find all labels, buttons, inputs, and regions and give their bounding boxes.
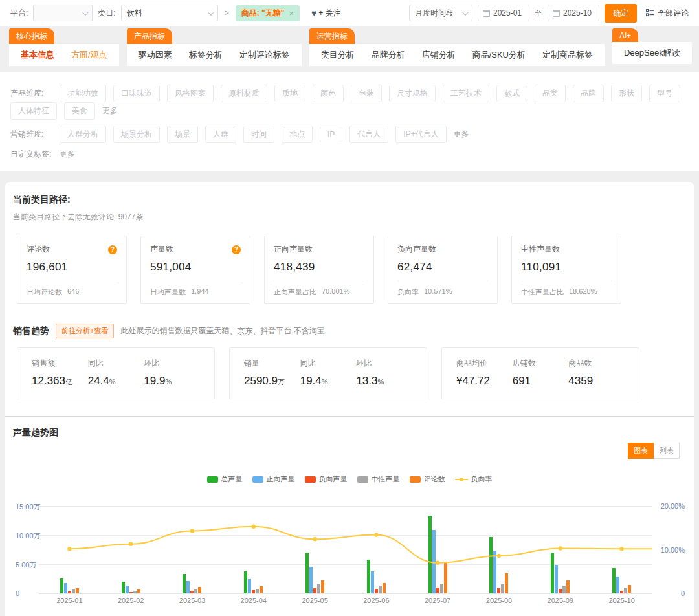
- tab-类目分析[interactable]: 类目分析: [321, 49, 355, 61]
- filter-tag-口味味道[interactable]: 口味味道: [113, 85, 160, 102]
- sales-trend-note: 此处展示的销售数据只覆盖天猫、京东、抖音平台,不含淘宝: [120, 325, 324, 336]
- tab-方面/观点[interactable]: 方面/观点: [71, 49, 107, 61]
- filter-tag-人体特征[interactable]: 人体特征: [10, 102, 57, 120]
- chart-bar: [133, 591, 137, 594]
- sales-metric: 环比13.3%: [356, 358, 412, 388]
- tab-DeepSeek解读[interactable]: DeepSeek解读: [624, 47, 680, 59]
- follow-button[interactable]: ♥ + 关注: [311, 8, 341, 19]
- tab-定制评论标签[interactable]: 定制评论标签: [239, 49, 290, 61]
- chart-bar: [379, 586, 382, 593]
- tab-店铺分析[interactable]: 店铺分析: [422, 49, 456, 61]
- chart-bar: [260, 586, 263, 593]
- chart-bar: [505, 573, 508, 593]
- help-icon[interactable]: ?: [108, 245, 117, 254]
- filter-tag-工艺技术[interactable]: 工艺技术: [443, 85, 489, 102]
- filter-tag-质地[interactable]: 质地: [274, 85, 305, 102]
- toggle-列表[interactable]: 列表: [654, 443, 680, 459]
- filter-tag-时间[interactable]: 时间: [243, 126, 274, 143]
- metric-card-value: 110,091: [521, 261, 612, 274]
- filter-tag-包装[interactable]: 包装: [351, 85, 382, 102]
- all-comments-button[interactable]: 全部评论: [646, 8, 689, 19]
- filter-more-link[interactable]: 更多: [102, 105, 118, 116]
- x-axis-tick: 2025-02: [100, 597, 162, 604]
- metric-footer-value: 18.628%: [569, 287, 597, 297]
- legend-item-负向率[interactable]: 负向率: [455, 474, 493, 484]
- metric-footer-label: 日均评论数: [27, 287, 62, 297]
- bar-group-2025-09: [529, 506, 591, 593]
- sales-metric-value: 19.4%: [300, 375, 357, 388]
- go-analyze-button[interactable]: 前往分析+查看: [56, 324, 114, 338]
- chart-bar: [317, 584, 320, 593]
- chart-bar: [64, 583, 67, 593]
- legend-item-评论数[interactable]: 评论数: [410, 474, 445, 484]
- close-icon[interactable]: ×: [289, 9, 294, 17]
- chart-bar: [371, 571, 374, 593]
- filter-tag-美食[interactable]: 美食: [64, 102, 95, 120]
- filter-tag-场景分析[interactable]: 场景分析: [113, 126, 160, 143]
- legend-item-正向声量[interactable]: 正向声量: [252, 474, 295, 484]
- y-axis-tick-left: 5.00万: [16, 560, 36, 570]
- toggle-图表[interactable]: 图表: [628, 443, 654, 459]
- legend-swatch: [252, 476, 263, 483]
- filter-tag-原料材质[interactable]: 原料材质: [221, 85, 267, 102]
- filter-tag-型号[interactable]: 型号: [649, 85, 680, 102]
- chart-bar: [126, 586, 129, 593]
- filter-more-link[interactable]: 更多: [60, 149, 75, 160]
- tab-商品/SKU分析[interactable]: 商品/SKU分析: [472, 49, 526, 61]
- filter-tag-人群[interactable]: 人群: [205, 126, 236, 143]
- legend-item-中性声量[interactable]: 中性声量: [357, 474, 400, 484]
- filter-tag-场景[interactable]: 场景: [167, 126, 198, 143]
- sales-metric-value: 13.3%: [356, 375, 412, 388]
- sales-card: 销售额12.363亿同比24.4%环比19.9%: [17, 347, 215, 399]
- metric-card-title: 评论数: [27, 244, 50, 255]
- confirm-button[interactable]: 确定: [605, 4, 637, 23]
- legend-swatch: [357, 476, 368, 483]
- sales-card: 销量2590.9万同比19.4%环比13.3%: [229, 347, 427, 399]
- legend-item-负向声量[interactable]: 负向声量: [305, 474, 348, 484]
- sales-metric: 同比24.4%: [88, 358, 144, 388]
- date-to-input[interactable]: 2025-10: [548, 5, 599, 21]
- date-from-input[interactable]: 2025-01: [478, 5, 529, 21]
- keyword-filter-tag[interactable]: 商品: "无糖" ×: [236, 5, 300, 21]
- chart-bar: [190, 591, 194, 593]
- sales-metric-label: 销量: [244, 358, 300, 369]
- platform-select[interactable]: [33, 5, 93, 21]
- filter-tag-款式[interactable]: 款式: [496, 85, 527, 102]
- filter-tag-风格图案[interactable]: 风格图案: [167, 85, 214, 102]
- tab-定制商品标签[interactable]: 定制商品标签: [542, 49, 593, 61]
- filter-tag-人群分析[interactable]: 人群分析: [60, 126, 106, 143]
- filter-tag-地点[interactable]: 地点: [282, 126, 313, 143]
- help-icon[interactable]: ?: [232, 245, 241, 254]
- filter-tag-品牌[interactable]: 品牌: [573, 85, 604, 102]
- tab-基本信息[interactable]: 基本信息: [21, 49, 54, 61]
- chart-bar: [72, 589, 75, 593]
- filter-tag-尺寸规格[interactable]: 尺寸规格: [389, 85, 436, 102]
- section-divider: [5, 416, 694, 417]
- nav-tabbar: 驱动因素标签分析定制评论标签: [127, 44, 302, 66]
- filter-tag-IP+代言人[interactable]: IP+代言人: [395, 126, 446, 143]
- chart-bar: [436, 588, 439, 593]
- tab-驱动因素[interactable]: 驱动因素: [139, 49, 172, 61]
- filter-tag-品类[interactable]: 品类: [535, 85, 566, 102]
- category-select[interactable]: 饮料: [121, 5, 218, 21]
- filter-more-link[interactable]: 更多: [454, 129, 469, 140]
- all-comments-label: 全部评论: [658, 8, 689, 19]
- metric-card-value: 591,004: [150, 261, 241, 274]
- filter-tag-形状[interactable]: 形状: [611, 85, 642, 102]
- platform-label: 平台:: [10, 8, 28, 19]
- filter-tag-代言人[interactable]: 代言人: [350, 126, 388, 143]
- filter-tag-颜色[interactable]: 颜色: [313, 85, 344, 102]
- sales-metric: 商品数4359: [568, 358, 625, 388]
- y-axis-tick-left: 0: [16, 589, 19, 597]
- period-select[interactable]: 月度时间段: [409, 5, 472, 21]
- filter-tag-功能功效[interactable]: 功能功效: [60, 85, 106, 102]
- tab-标签分析[interactable]: 标签分析: [189, 49, 223, 61]
- metric-cards: 评论数?196,601日均评论数646声量数?591,004日均声量数1,944…: [13, 236, 686, 304]
- chart-bar: [367, 560, 370, 593]
- chart-bar: [501, 584, 504, 593]
- tab-品牌分析[interactable]: 品牌分析: [372, 49, 405, 61]
- filter-tag-IP[interactable]: IP: [320, 127, 342, 142]
- chevron-down-icon: [462, 9, 469, 16]
- legend-item-总声量[interactable]: 总声量: [207, 474, 243, 484]
- chart-bar: [612, 568, 616, 593]
